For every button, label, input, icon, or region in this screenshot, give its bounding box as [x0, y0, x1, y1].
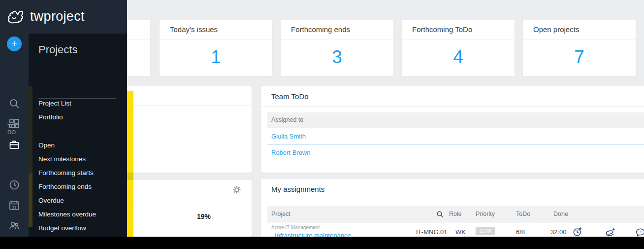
team-todo-header-row: Assigned to	[267, 112, 644, 128]
people-icon[interactable]	[8, 219, 20, 231]
menu-item-forthcoming-starts[interactable]: Forthcoming starts	[38, 169, 94, 178]
letterbox-bottom	[0, 237, 644, 249]
stat-card-value: 7	[523, 39, 636, 76]
search-icon[interactable]	[8, 98, 20, 109]
stat-card-value: 3	[281, 39, 393, 76]
project-code: IT-MNG.01	[416, 228, 448, 236]
comment-bubble-icon[interactable]	[635, 228, 644, 237]
stat-card-title: Open projects	[523, 20, 636, 39]
column-priority: Priority	[476, 206, 495, 222]
stat-card-open-projects[interactable]: Open projects 7	[523, 20, 636, 76]
menu-item-overdue[interactable]: Overdue	[38, 196, 64, 205]
column-project: Project	[271, 206, 290, 222]
plus-icon: +	[11, 37, 17, 49]
chart-bar-segment	[127, 91, 133, 173]
assignee-link[interactable]: Giulia Smith	[271, 133, 306, 140]
brand-name: twproject	[30, 0, 85, 33]
flyout-title: Projects	[38, 43, 77, 56]
column-role: Role	[449, 206, 462, 222]
menu-divider	[38, 98, 116, 99]
team-todo-title: Team ToDo	[261, 86, 644, 107]
stat-card-todays-issues[interactable]: Today's issues 1	[160, 20, 272, 76]
stat-card-forthcoming-todo[interactable]: Forthcoming ToDo 4	[402, 20, 515, 76]
twproject-logo-hand-icon[interactable]	[6, 7, 26, 26]
menu-item-open[interactable]: Open	[38, 141, 55, 150]
menu-item-next-milestones[interactable]: Next milestones	[38, 155, 86, 164]
progress-percent-label: 19%	[197, 213, 211, 220]
role-value: WK	[455, 228, 466, 236]
column-assigned-to: Assigned to	[271, 112, 303, 128]
todo-value: 6/8	[516, 228, 525, 236]
todo-icon[interactable]: TO DO	[7, 123, 16, 135]
stat-card-value: 4	[402, 39, 515, 76]
stat-card-title: Today's issues	[160, 20, 272, 39]
team-todo-panel: Team ToDo Assigned to Giulia Smith Rober…	[261, 86, 644, 173]
assignee-link[interactable]: Robert Brown	[271, 149, 310, 156]
projects-flyout-menu: Projects Project List Portfolio Open Nex…	[29, 34, 127, 237]
calendar-icon[interactable]: 31	[8, 199, 20, 211]
menu-item-milestones-overdue[interactable]: Milestones overdue	[38, 210, 96, 219]
add-worklog-clock-icon[interactable]	[573, 226, 583, 237]
chart-bar-segment	[127, 180, 133, 237]
app-header: twproject	[0, 0, 127, 34]
chart-bar-segment	[127, 173, 133, 180]
my-assignments-header-row: Project Role Priority ToDo Done	[267, 206, 644, 222]
calendar-day-label: 31	[12, 205, 16, 210]
project-parent-label: Acme IT Management	[271, 225, 320, 230]
column-todo: ToDo	[516, 206, 530, 222]
todo-icon-line1: TO	[7, 123, 16, 129]
chart-bar-behind-menu	[29, 86, 32, 173]
priority-badge: LOW	[476, 227, 495, 235]
menu-item-forthcoming-ends[interactable]: Forthcoming ends	[38, 182, 92, 191]
menu-item-budget-overflow[interactable]: Budget overflow	[38, 224, 86, 233]
todo-icon-line2: DO	[7, 129, 16, 135]
gear-icon[interactable]	[232, 185, 242, 195]
chart-bar-behind-menu	[29, 173, 32, 227]
column-search-icon[interactable]	[436, 210, 444, 218]
stat-card-value: 1	[160, 39, 272, 76]
menu-item-project-list[interactable]: Project List	[38, 99, 71, 108]
menu-item-portfolio[interactable]: Portfolio	[38, 113, 63, 122]
column-done: Done	[553, 206, 568, 222]
my-assignments-title: My assignments	[261, 179, 644, 199]
team-todo-row[interactable]: Giulia Smith	[267, 129, 644, 145]
projects-briefcase-icon[interactable]	[8, 139, 20, 150]
clock-icon[interactable]	[8, 179, 20, 191]
team-todo-row[interactable]: Robert Brown	[267, 145, 644, 161]
chart-bar-yellow	[127, 91, 133, 237]
done-value: 32:00	[550, 228, 567, 236]
stat-card-forthcoming-ends[interactable]: Forthcoming ends 3	[281, 20, 393, 76]
sidebar-icon-rail: + TO DO	[0, 34, 29, 249]
stat-card-title: Forthcoming ends	[281, 20, 393, 39]
add-button[interactable]: +	[7, 36, 22, 51]
twproject-dashboard: Today's issues 1 Forthcoming ends 3 Fort…	[0, 0, 644, 249]
hand-plus-icon[interactable]	[605, 227, 616, 237]
stat-card-title: Forthcoming ToDo	[402, 20, 515, 39]
